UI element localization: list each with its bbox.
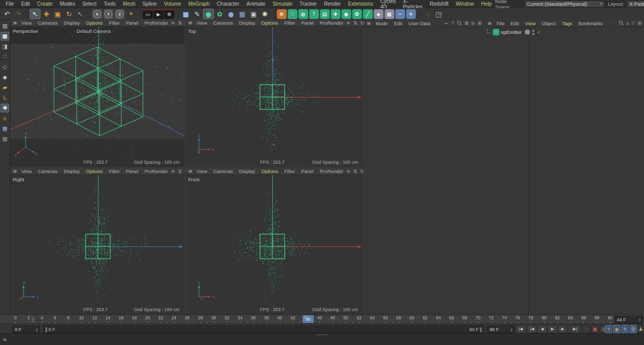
object-name[interactable]: xpEmitter xyxy=(501,29,521,35)
viewport-menu-filter[interactable]: Filter xyxy=(281,168,298,174)
target-icon[interactable]: ◎ xyxy=(471,21,475,26)
viewport-menu-prorender[interactable]: ProRender xyxy=(317,20,347,26)
viewport-menu-icon[interactable]: ≡ xyxy=(188,20,192,26)
cube-icon[interactable]: ■ xyxy=(180,9,191,19)
viewport-canvas[interactable] xyxy=(10,175,185,314)
model-mode-icon[interactable]: ■ xyxy=(1,32,9,41)
snap-icon[interactable]: ✱ xyxy=(1,104,9,112)
xp-group-icon[interactable]: ◍ xyxy=(298,9,308,19)
viewport-menu-cameras[interactable]: Cameras xyxy=(210,168,236,174)
mograph-icon[interactable]: ✿ xyxy=(214,9,225,19)
lock-icon[interactable]: ⊠ xyxy=(465,21,469,26)
status-splitter-handle[interactable] xyxy=(317,334,318,335)
search-icon[interactable] xyxy=(619,21,623,26)
menu-window[interactable]: Window xyxy=(452,1,478,7)
viewport-menu-options[interactable]: Options xyxy=(258,20,281,26)
keyframe-selection-button[interactable]: ◦ xyxy=(582,325,590,333)
polygon-mode-icon[interactable]: ◆ xyxy=(1,73,9,82)
back-icon[interactable]: ← xyxy=(445,21,449,26)
render-view-button[interactable]: ▭ xyxy=(143,9,153,19)
viewport-menu-cameras[interactable]: Cameras xyxy=(35,20,61,26)
viewport-menu-prorender[interactable]: ProRender xyxy=(142,20,171,26)
workplane-mode-icon[interactable]: ▦ xyxy=(1,124,9,133)
object-visibility-dots[interactable] xyxy=(532,30,534,35)
xp-sprite-icon[interactable]: ◉ xyxy=(341,9,351,19)
menu-mograph[interactable]: MoGraph xyxy=(185,1,213,7)
viewport-menu-display[interactable]: Display xyxy=(236,20,258,26)
object-enabled-check[interactable]: ✓ xyxy=(537,29,541,35)
edge-mode-icon[interactable]: ◇ xyxy=(1,63,9,71)
key-position-toggle[interactable]: ✛ xyxy=(605,325,612,333)
xp-question-icon[interactable]: ? xyxy=(309,9,319,19)
prev-key-button[interactable]: |◀ xyxy=(527,325,537,333)
lock-x-button[interactable]: X xyxy=(92,9,102,19)
object-menu-file[interactable]: File xyxy=(493,21,507,26)
texture-mode-icon[interactable]: ◨ xyxy=(1,42,9,51)
dolly-icon[interactable]: ⇅ xyxy=(353,21,357,26)
workplane-icon[interactable]: ◳ xyxy=(433,9,444,19)
disabled-tool-icon[interactable]: ▫ xyxy=(422,9,433,19)
viewport-menu-filter[interactable]: Filter xyxy=(106,168,123,174)
menu-help[interactable]: Help xyxy=(477,1,495,7)
pan-icon[interactable]: ✛ xyxy=(347,169,351,174)
scale-icon[interactable]: ▣ xyxy=(52,9,63,19)
viewport-canvas[interactable] xyxy=(186,27,363,167)
undo-icon[interactable]: ↶ xyxy=(2,9,12,19)
viewport-menu-view[interactable]: View xyxy=(193,168,210,174)
panel-menu-icon[interactable]: ≡ xyxy=(367,21,371,26)
xp-subtract-icon[interactable]: − xyxy=(395,9,405,19)
object-menu-object[interactable]: Object xyxy=(539,21,559,26)
viewport-menu-options[interactable]: Options xyxy=(83,20,106,26)
key-parameter-toggle[interactable]: Ⓟ xyxy=(630,325,637,333)
menu-tracker[interactable]: Tracker xyxy=(296,1,320,7)
viewport-menu-prorender[interactable]: ProRender xyxy=(142,168,171,174)
metaball-icon[interactable]: ● xyxy=(226,9,236,19)
lock-z-button[interactable]: Z xyxy=(115,9,125,19)
viewport-menu-cameras[interactable]: Cameras xyxy=(35,168,61,174)
menu-create[interactable]: Create xyxy=(33,1,56,7)
make-editable-icon[interactable]: ▩ xyxy=(1,22,9,30)
range-end-field[interactable]: 90 F ▴▾ xyxy=(487,325,515,333)
viewport-menu-view[interactable]: View xyxy=(18,168,34,174)
dolly-icon[interactable]: ⇅ xyxy=(353,169,357,174)
home-icon[interactable]: ⌂ xyxy=(626,21,629,26)
character-solo-button[interactable]: ♟ xyxy=(637,325,644,333)
layout-select[interactable]: X-Particles ▾ xyxy=(627,1,644,8)
viewport-menu-icon[interactable]: ≡ xyxy=(13,20,17,26)
uv-mode-icon[interactable]: ▰ xyxy=(1,83,9,92)
menu-select[interactable]: Select xyxy=(78,1,100,7)
last-tool-icon[interactable]: ↖ xyxy=(75,9,86,19)
xp-gizmo-icon[interactable]: ✛ xyxy=(406,9,416,19)
light-icon[interactable]: ✺ xyxy=(259,9,270,19)
next-frame-button[interactable]: ▶ xyxy=(558,325,568,333)
pan-icon[interactable]: ✛ xyxy=(171,21,175,26)
axis-mode-icon[interactable]: L xyxy=(1,93,9,102)
menu-mesh[interactable]: Mesh xyxy=(119,1,139,7)
object-menu-bookmarks[interactable]: Bookmarks xyxy=(575,21,606,26)
pen-icon[interactable]: ✎ xyxy=(192,9,203,19)
viewport-menu-options[interactable]: Options xyxy=(258,168,281,174)
viewport-menu-view[interactable]: View xyxy=(193,20,210,26)
menu-spline[interactable]: Spline xyxy=(139,1,160,7)
attr-menu-mode[interactable]: Mode xyxy=(372,21,391,26)
range-start-field[interactable]: 0 F ▴▾ xyxy=(12,325,40,333)
current-frame-field[interactable]: 44 F ▴▾ xyxy=(614,316,643,323)
viewport-canvas[interactable] xyxy=(186,175,363,314)
menu-simulate[interactable]: Simulate xyxy=(269,1,296,7)
menu-animate[interactable]: Animate xyxy=(243,1,269,7)
range-handle-right[interactable]: ‖ xyxy=(480,327,482,332)
viewport-menu-panel[interactable]: Panel xyxy=(298,168,316,174)
viewport-menu-icon[interactable]: ≡ xyxy=(188,168,192,174)
range-handle-left[interactable]: ‖ xyxy=(45,327,48,332)
viewport-menu-options[interactable]: Options xyxy=(83,168,106,174)
render-settings-button[interactable]: ⚙ xyxy=(164,9,174,19)
xp-generator-icon[interactable]: ✚ xyxy=(331,9,340,19)
new-window-icon[interactable]: ⊞ xyxy=(477,21,481,26)
viewport-camera-label[interactable]: Default Camera ∷ xyxy=(76,28,114,34)
viewport-menu-prorender[interactable]: ProRender xyxy=(317,168,347,174)
live-selection-icon[interactable]: ↖ xyxy=(30,9,41,19)
move-icon[interactable]: ✚ xyxy=(41,9,52,19)
add-icon[interactable]: ⊞ xyxy=(637,21,641,26)
coordinate-system-icon[interactable]: ⌖ xyxy=(126,9,136,19)
object-menu-view[interactable]: View xyxy=(522,21,538,26)
